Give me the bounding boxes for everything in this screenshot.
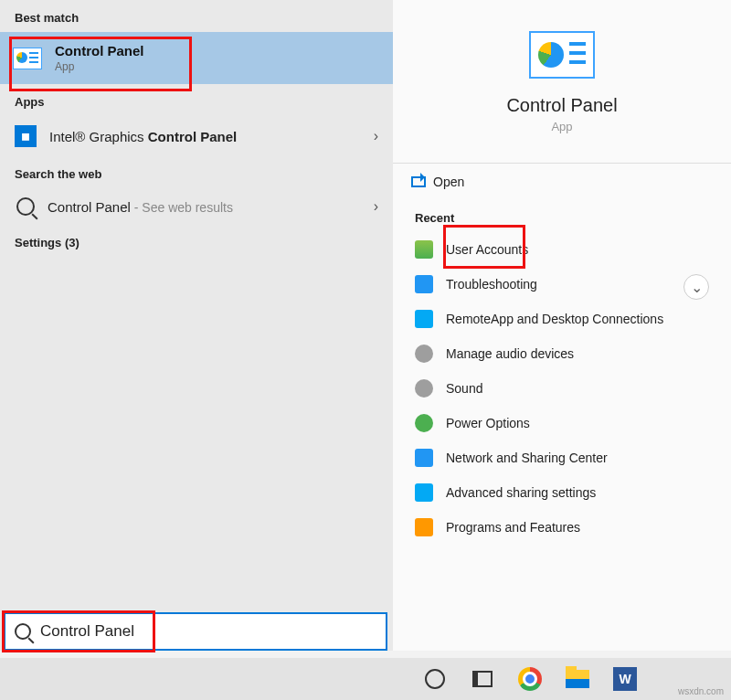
troubleshooting-icon: [415, 275, 433, 293]
intel-graphics-icon: ◼: [15, 125, 37, 147]
preview-subtitle: App: [551, 120, 572, 133]
open-action[interactable]: Open: [393, 164, 731, 200]
web-result-label: Control Panel - See web results: [48, 199, 361, 215]
search-icon: [15, 623, 31, 640]
recent-item[interactable]: Programs and Features: [408, 510, 716, 545]
search-input[interactable]: Control Panel: [4, 612, 387, 651]
app-result-label: Intel® Graphics Control Panel: [49, 129, 361, 144]
best-match-subtitle: App: [55, 60, 144, 73]
recent-header: Recent: [393, 200, 731, 232]
app-result-item[interactable]: ◼ Intel® Graphics Control Panel ›: [0, 116, 393, 156]
recent-item[interactable]: Power Options: [408, 406, 716, 440]
open-label: Open: [433, 175, 464, 189]
explorer-button[interactable]: [559, 661, 596, 697]
expand-button[interactable]: ⌄: [683, 274, 709, 300]
recent-item[interactable]: Advanced sharing settings: [408, 475, 716, 510]
results-panel: Best match Control Panel App Apps ◼ Inte…: [0, 0, 393, 651]
word-icon: W: [613, 667, 637, 691]
power-options-icon: [415, 414, 433, 432]
web-header: Search the web: [0, 156, 393, 188]
apps-header: Apps: [0, 84, 393, 116]
recent-list: User Accounts Troubleshooting RemoteApp …: [393, 232, 731, 545]
remoteapp-icon: [415, 310, 433, 328]
recent-item[interactable]: RemoteApp and Desktop Connections: [408, 302, 716, 336]
best-match-title: Control Panel: [55, 43, 144, 58]
best-match-header: Best match: [0, 0, 393, 32]
cortana-icon: [425, 669, 445, 689]
control-panel-icon: [529, 31, 595, 79]
sound-icon: [415, 379, 433, 398]
recent-item[interactable]: Troubleshooting: [408, 267, 716, 302]
preview-panel: Control Panel App Open ⌄ Recent User Acc…: [393, 0, 731, 651]
user-accounts-icon: [415, 240, 433, 259]
web-result-item[interactable]: Control Panel - See web results ›: [0, 188, 393, 225]
file-explorer-icon: [566, 670, 589, 688]
recent-item[interactable]: Manage audio devices: [408, 336, 716, 371]
control-panel-icon: [13, 48, 42, 69]
recent-item[interactable]: Network and Sharing Center: [408, 440, 716, 475]
open-icon: [411, 176, 426, 187]
recent-item[interactable]: User Accounts: [408, 232, 716, 267]
chevron-right-icon: ›: [374, 198, 378, 215]
chrome-icon: [518, 667, 542, 691]
cortana-button[interactable]: [417, 661, 453, 697]
preview-title: Control Panel: [506, 95, 617, 116]
search-text: Control Panel: [40, 622, 134, 641]
programs-icon: [415, 518, 433, 536]
watermark: wsxdn.com: [678, 686, 724, 696]
search-icon: [16, 197, 35, 216]
recent-item[interactable]: Sound: [408, 371, 716, 406]
settings-header[interactable]: Settings (3): [0, 225, 393, 257]
sharing-icon: [415, 483, 433, 502]
network-icon: [415, 449, 433, 467]
taskbar: W: [0, 658, 731, 700]
best-match-result[interactable]: Control Panel App: [0, 32, 393, 84]
audio-devices-icon: [415, 345, 433, 363]
taskview-button[interactable]: [464, 661, 501, 697]
word-button[interactable]: W: [607, 661, 643, 697]
chrome-button[interactable]: [512, 661, 548, 697]
preview-hero: Control Panel App: [393, 0, 731, 150]
taskview-icon: [472, 671, 493, 687]
chevron-right-icon: ›: [374, 128, 378, 144]
